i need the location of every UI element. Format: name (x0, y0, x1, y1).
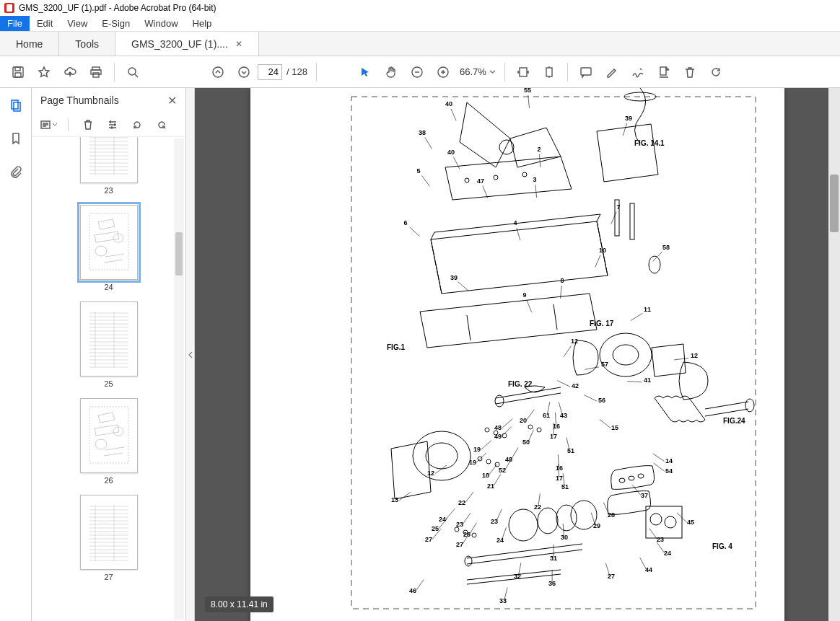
thumbnail-item[interactable]: 23 (80, 137, 138, 195)
svg-line-125 (453, 157, 459, 169)
svg-point-82 (499, 140, 514, 154)
panel-collapse-handle[interactable] (186, 88, 195, 621)
svg-line-149 (527, 300, 532, 312)
thumbnail-item[interactable]: 27 (80, 495, 138, 581)
document-viewport[interactable]: 5540393840254737641058398911121257414256… (195, 88, 840, 621)
menu-window[interactable]: Window (137, 16, 185, 31)
thumbnails-scroll[interactable]: 2324252627 (32, 137, 185, 621)
svg-text:17: 17 (556, 475, 563, 482)
print-icon[interactable] (84, 60, 108, 84)
toolbar-separator (68, 118, 69, 131)
zoom-in-icon[interactable] (431, 60, 455, 84)
thumbnail-page[interactable] (80, 495, 138, 570)
page-down-icon[interactable] (232, 60, 256, 84)
sign-icon[interactable] (626, 60, 650, 84)
pointer-icon[interactable] (353, 60, 377, 84)
svg-line-129 (421, 175, 429, 186)
svg-text:19: 19 (473, 446, 481, 453)
svg-point-9 (213, 67, 223, 77)
thumb-options-icon[interactable] (39, 115, 58, 134)
tab-tools[interactable]: Tools (59, 32, 115, 56)
thumbs-scrollbar[interactable] (174, 138, 184, 620)
svg-point-108 (502, 433, 507, 438)
delete-icon[interactable] (678, 60, 702, 84)
svg-text:52: 52 (499, 467, 506, 474)
menu-view[interactable]: View (60, 16, 95, 31)
svg-line-155 (674, 358, 688, 360)
svg-line-141 (595, 255, 600, 268)
zoom-out-icon[interactable] (405, 60, 429, 84)
svg-text:4: 4 (513, 219, 517, 226)
menu-edit[interactable]: Edit (30, 16, 60, 31)
document-page: 5540393840254737641058398911121257414256… (250, 88, 784, 621)
tab-home[interactable]: Home (0, 32, 59, 56)
svg-rect-16 (660, 67, 666, 75)
save-icon[interactable] (6, 60, 30, 84)
svg-line-117 (528, 95, 530, 108)
zoom-dropdown[interactable]: 66.7% (460, 66, 496, 77)
tab-document[interactable]: GMS_3200_UF (1).... ✕ (115, 32, 259, 56)
doc-scrollbar-thumb[interactable] (830, 175, 839, 232)
cloud-icon[interactable] (58, 60, 82, 84)
hand-icon[interactable] (379, 60, 403, 84)
svg-point-90 (613, 345, 639, 365)
svg-text:46: 46 (409, 587, 416, 594)
svg-rect-87 (630, 203, 634, 239)
svg-point-89 (600, 333, 652, 376)
svg-line-153 (564, 345, 572, 356)
thumbnail-page[interactable] (80, 301, 138, 376)
svg-line-157 (585, 367, 600, 369)
menu-file[interactable]: File (0, 16, 30, 31)
attachments-panel-icon[interactable] (6, 162, 26, 182)
svg-line-209 (494, 475, 501, 486)
svg-text:2: 2 (537, 146, 541, 153)
svg-text:29: 29 (593, 522, 600, 529)
thumbs-scrollbar-thumb[interactable] (175, 232, 183, 276)
svg-rect-38 (89, 213, 128, 270)
star-icon[interactable] (32, 60, 56, 84)
fit-page-icon[interactable] (537, 60, 561, 84)
svg-text:FIG.1: FIG.1 (387, 343, 405, 351)
thumbnail-page[interactable] (80, 205, 138, 280)
svg-line-123 (425, 138, 432, 149)
svg-text:39: 39 (450, 274, 458, 281)
thumbnail-item[interactable]: 25 (80, 301, 138, 388)
thumb-organize-icon[interactable] (103, 115, 122, 134)
menu-esign[interactable]: E-Sign (95, 16, 137, 31)
bookmark-panel-icon[interactable] (6, 128, 26, 149)
svg-line-127 (540, 154, 541, 167)
thumbnail-item[interactable]: 24 (80, 205, 138, 291)
svg-rect-14 (546, 68, 552, 76)
thumb-delete-icon[interactable] (79, 115, 97, 134)
svg-text:32: 32 (514, 573, 521, 580)
svg-text:FIG. 22: FIG. 22 (508, 380, 533, 388)
find-icon[interactable] (121, 60, 145, 84)
svg-point-112 (528, 425, 533, 429)
svg-text:24: 24 (496, 537, 504, 544)
comment-icon[interactable] (574, 60, 598, 84)
fit-width-icon[interactable] (511, 60, 535, 84)
highlight-icon[interactable] (600, 60, 624, 84)
svg-point-102 (538, 508, 558, 534)
thumbnail-label: 26 (104, 476, 113, 485)
page-up-icon[interactable] (206, 60, 230, 84)
svg-text:50: 50 (522, 439, 530, 446)
thumbnail-page[interactable] (80, 137, 138, 183)
doc-vertical-scrollbar[interactable] (828, 88, 840, 621)
svg-point-88 (649, 256, 660, 273)
tab-close-icon[interactable]: ✕ (235, 39, 242, 49)
thumb-rotate-ccw-icon[interactable] (128, 115, 146, 134)
menu-help[interactable]: Help (185, 16, 219, 31)
stamp-icon[interactable] (652, 60, 676, 84)
thumbnails-panel-icon[interactable] (6, 95, 26, 115)
thumb-rotate-cw-icon[interactable] (152, 115, 171, 134)
svg-rect-17 (12, 100, 18, 109)
svg-text:8: 8 (560, 277, 564, 284)
thumbnail-page[interactable] (80, 398, 138, 473)
svg-text:31: 31 (550, 555, 557, 562)
close-panel-icon[interactable]: ✕ (167, 94, 177, 107)
rotate-icon[interactable] (704, 60, 728, 84)
thumbnail-item[interactable]: 26 (80, 398, 138, 485)
page-number-input[interactable] (258, 64, 282, 80)
svg-text:18: 18 (482, 472, 489, 479)
